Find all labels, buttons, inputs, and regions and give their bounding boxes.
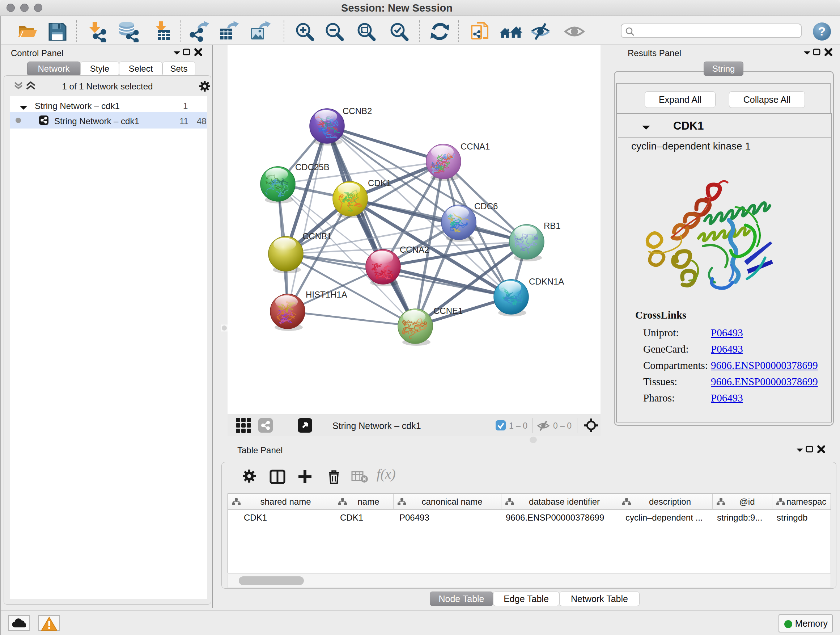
svg-text:CCNA2: CCNA2: [400, 245, 429, 255]
svg-text:CDC25B: CDC25B: [295, 162, 330, 172]
svg-text:RB1: RB1: [544, 221, 561, 231]
svg-text:CDKN1A: CDKN1A: [529, 277, 564, 287]
svg-text:?: ?: [818, 24, 826, 38]
svg-text:CDK1: CDK1: [368, 178, 391, 188]
svg-text:CCNB1: CCNB1: [302, 231, 332, 241]
svg-text:CCNE1: CCNE1: [433, 306, 463, 316]
svg-text:CCNB2: CCNB2: [343, 106, 372, 116]
svg-text:HIST1H1A: HIST1H1A: [306, 290, 347, 299]
svg-text:CDC6: CDC6: [474, 201, 498, 211]
svg-text:CCNA1: CCNA1: [461, 141, 490, 151]
